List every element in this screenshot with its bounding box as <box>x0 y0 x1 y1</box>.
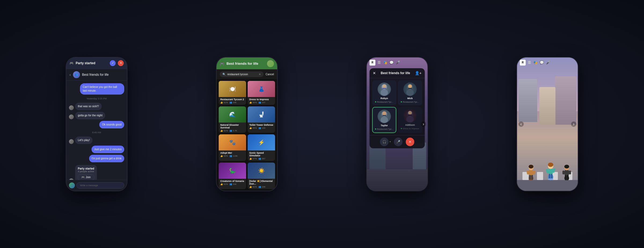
game-info-4: Adopt Me! 👍 93% 👥 119K <box>219 150 246 158</box>
buildings-bg <box>517 74 578 127</box>
member-name-robyn: Robyn <box>380 97 388 100</box>
member-card-addison: Addison ▶ Dress to Impress <box>398 107 422 133</box>
message-row: Let's play! <box>69 136 124 144</box>
chevron-down-icon[interactable]: ▾ <box>390 141 391 143</box>
game-card-5[interactable]: ⚡ Sonic Speed Simulator 👍 87% 👥 267 <box>248 134 275 161</box>
svg-point-13 <box>406 116 414 123</box>
party-close-button[interactable]: ✕ <box>373 71 376 75</box>
join-label: Join <box>86 176 90 179</box>
play-icon: ▶ <box>401 101 402 103</box>
member-avatar-robyn <box>378 82 391 96</box>
game-title-2: Natural Disaster Survival <box>220 124 244 129</box>
scroll-right-arrow[interactable]: › <box>421 121 426 127</box>
scroll-right-arrow-4[interactable]: › <box>571 121 576 127</box>
game-card-6[interactable]: 🦕 Creatures of Sonaria 👍 91% 👥 24K <box>219 163 246 189</box>
game-stats-7: 👍 91% 👥 24K <box>249 186 273 188</box>
rating-1: 👍 90% <box>249 101 257 104</box>
game-title-0: Restaurant Tycoon 2 <box>220 98 244 101</box>
game-title-4: Adopt Me! <box>220 152 244 154</box>
game-card-1[interactable]: 👗 Dress to Impress 👍 90% 👥 147 <box>248 81 275 105</box>
message-row: Can't believe you got the ball last minu… <box>69 83 124 95</box>
mic-icon-4[interactable]: 🎤 <box>546 60 550 64</box>
character-svg-3 <box>562 161 572 180</box>
scroll-left-arrow-4[interactable]: ‹ <box>518 121 524 127</box>
game-title-6: Creatures of Sonaria <box>220 180 244 182</box>
avatar-icon[interactable]: 🎭 <box>383 60 387 64</box>
character-main <box>545 159 556 181</box>
phone-2-screen: 🎮 Best friends for life 🔍 restaurant tyc… <box>217 57 277 191</box>
menu-icon[interactable]: ☰ <box>378 60 381 64</box>
players-6: 👥 24K <box>229 183 236 185</box>
end-call-button[interactable]: ✕ <box>406 138 414 146</box>
message-row: Ok sounds good <box>69 121 124 128</box>
svg-rect-17 <box>548 168 553 174</box>
message-input[interactable]: Write a message <box>76 182 124 189</box>
join-icon: 🎮 <box>81 176 85 179</box>
svg-rect-41 <box>567 175 569 180</box>
member-game-robyn: ▶ Restaurant Tyc... <box>375 101 393 103</box>
avatar-bg-addison <box>403 109 417 123</box>
svg-point-14 <box>408 111 412 115</box>
mic-icon[interactable]: 🎤 <box>396 60 400 64</box>
member-game-text: Restaurant Tyc... <box>403 101 419 103</box>
play-icon: ▶ <box>375 101 376 103</box>
game-card-3[interactable]: 🚽 Toilet Tower Defense 👍 95% 👥 16K <box>248 106 275 133</box>
game-card-2[interactable]: 🌊 Natural Disaster Survival 👍 91% 👥 5.7K <box>219 106 246 133</box>
game-stats-3: 👍 95% 👥 16K <box>249 127 273 129</box>
game-card-4[interactable]: 🐾 Adopt Me! 👍 93% 👥 119K <box>219 134 246 161</box>
phone-2: 🎮 Best friends for life 🔍 restaurant tyc… <box>216 57 278 191</box>
players-0: 👥 24K <box>229 101 236 104</box>
character-2 <box>526 161 536 181</box>
mute-button[interactable]: 🎤 <box>394 138 402 146</box>
message-bubble: Let's play! <box>75 136 93 144</box>
member-name-addison: Addison <box>405 124 415 126</box>
member-game-text: Restaurant Tyc... <box>377 101 393 103</box>
member-card-robyn: Robyn ▶ Restaurant Tyc... <box>372 80 396 105</box>
ground-4 <box>517 180 578 191</box>
game-card-0[interactable]: 🍽️ Restaurant Tycoon 2 👍 91% 👥 24K <box>219 81 246 105</box>
game-stats-1: 👍 90% 👥 147 <box>249 101 273 104</box>
menu-icon-4[interactable]: ☰ <box>528 60 531 64</box>
user-avatar <box>69 182 75 188</box>
players-3: 👥 16K <box>258 127 265 129</box>
party-card-subtitle: 4 people active <box>78 170 94 173</box>
search-input-wrap[interactable]: 🔍 restaurant tycoon ✕ <box>220 71 264 77</box>
avatar-figure-mick <box>403 82 417 96</box>
party-notification-icon: 🎮 <box>69 61 74 65</box>
party-card-title: Party started <box>78 167 94 170</box>
notification-decline-button[interactable]: ✕ <box>118 60 124 66</box>
notification-accept-button[interactable]: ✓ <box>110 60 116 66</box>
search-clear-icon[interactable]: ✕ <box>259 73 261 76</box>
svg-rect-15 <box>408 114 412 116</box>
game-title-3: Toilet Tower Defense <box>249 124 273 126</box>
phone-4-screen: R ☰ 🎭 💬 🎤 › ‹ <box>517 57 578 191</box>
chat-icon[interactable]: 💬 <box>389 60 394 64</box>
message-row: gotta go for the night <box>69 112 124 119</box>
chat-icon-4[interactable]: 💬 <box>540 60 544 64</box>
game-thumbnail-1: 👗 <box>248 81 275 97</box>
join-party-button[interactable]: 🎮 Join <box>78 174 94 180</box>
search-cancel-button[interactable]: Cancel <box>266 73 274 76</box>
message-row: Just give me 2 minutes <box>69 146 124 153</box>
rating-3: 👍 95% <box>249 127 257 129</box>
game-thumbnail-4: 🐾 <box>219 134 246 150</box>
party-members-grid: Robyn ▶ Restaurant Tyc... <box>369 78 425 135</box>
chat-messages-list: Can't believe you got the ball last minu… <box>66 81 127 180</box>
game-stats-6: 👍 91% 👥 24K <box>220 183 244 185</box>
building-right <box>555 76 576 125</box>
games-header: 🎮 Best friends for life <box>217 57 277 69</box>
member-name-taylor: Taylor <box>381 124 388 127</box>
game-thumbnail-5: ⚡ <box>248 134 275 150</box>
party-add-member-button[interactable]: 👤+ <box>415 71 422 75</box>
game-info-5: Sonic Speed Simulator 👍 87% 👥 267 <box>248 150 275 161</box>
game-stats-5: 👍 87% 👥 267 <box>249 157 273 160</box>
message-timestamp: 8:49 AM <box>69 131 124 134</box>
avatar-icon-4[interactable]: 🎭 <box>533 60 537 64</box>
back-arrow-icon[interactable]: ‹ <box>69 73 71 77</box>
svg-point-1 <box>380 89 388 96</box>
game-info-2: Natural Disaster Survival 👍 91% 👥 5.7K <box>219 123 246 133</box>
headphone-button[interactable]: 🎧 <box>380 138 389 146</box>
game-card-7[interactable]: ☀️ [Solar ☀️] Elemental Dun... 👍 91% 👥 2… <box>248 163 275 189</box>
svg-point-5 <box>406 89 414 96</box>
party-controls: 🎧 ▾ 🎤 ✕ <box>369 135 425 148</box>
